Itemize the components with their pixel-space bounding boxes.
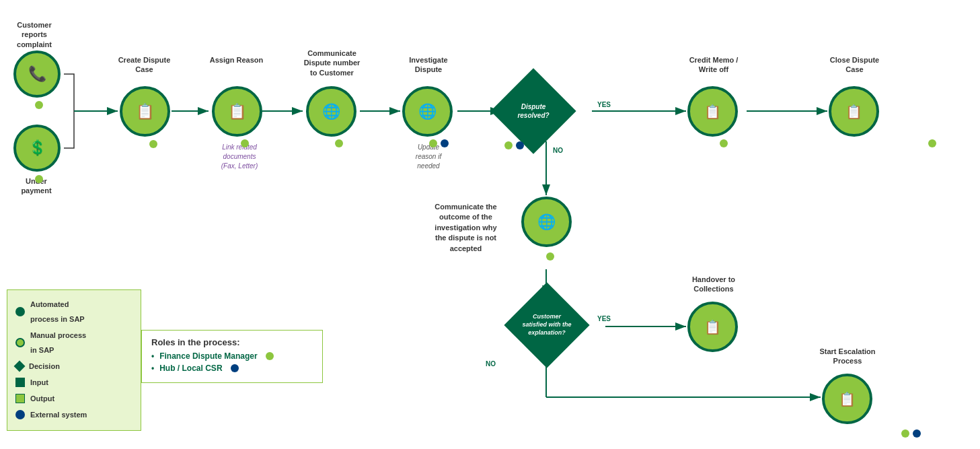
update-reason-text: Updatereason ifneeded — [391, 143, 465, 171]
roles-dot-csr — [231, 364, 239, 372]
legend-icon-input — [15, 378, 25, 387]
roles-item-finance: • Finance Dispute Manager — [151, 351, 313, 361]
node-close-case: 📋 — [829, 86, 879, 137]
node-investigate: 🌐 — [402, 86, 453, 137]
legend-label-input: Input — [30, 375, 48, 390]
no-label-2: NO — [486, 360, 496, 368]
dot-credit-memo — [720, 139, 728, 147]
dot-create-dispute — [149, 140, 157, 148]
yes-label-2: YES — [597, 315, 611, 322]
node-escalation: 📋 — [822, 374, 872, 424]
roles-label-finance: Finance Dispute Manager — [159, 351, 257, 361]
dot-communicate — [335, 139, 343, 147]
label-customer-reports: Customer reports complaint — [4, 20, 65, 49]
legend-item-output: Output — [15, 391, 133, 406]
legend-icon-manual — [15, 338, 25, 347]
roles-box: Roles in the process: • Finance Dispute … — [141, 330, 323, 383]
roles-item-csr: • Hub / Local CSR — [151, 364, 313, 373]
label-escalation: Start EscalationProcess — [807, 347, 888, 366]
label-close-case: Close DisputeCase — [819, 55, 890, 75]
dot-escalation-2 — [913, 429, 921, 438]
node-communicate: 🌐 — [306, 86, 356, 137]
dot-diamond-2 — [516, 141, 524, 149]
node-handover: 📋 — [687, 302, 738, 352]
node-credit-memo: 📋 — [687, 86, 738, 137]
legend-item-input: Input — [15, 375, 133, 390]
legend-icon-automated — [15, 307, 25, 316]
label-credit-memo: Credit Memo /Write off — [674, 55, 753, 75]
node-customer-reports: 📞 — [13, 50, 61, 98]
label-communicate: CommunicateDispute numberto Customer — [293, 48, 371, 77]
legend-item-external: External system — [15, 407, 133, 422]
legend-box: Automatedprocess in SAP Manual processin… — [7, 289, 141, 431]
legend-item-decision: Decision — [15, 359, 133, 374]
legend-label-decision: Decision — [29, 359, 60, 374]
node-communicate-outcome: 🌐 — [521, 197, 572, 247]
node-create-dispute: 📋 — [120, 86, 170, 137]
dot-customer-reports — [35, 101, 43, 109]
bullet-finance: • — [151, 351, 154, 361]
node-under-payment: 💲 — [13, 125, 61, 172]
dot-investigate-1 — [429, 139, 437, 147]
link-docs-text: Link relateddocuments(Fax, Letter) — [199, 143, 280, 171]
no-label-1: NO — [553, 147, 563, 154]
legend-icon-output — [15, 394, 25, 403]
legend-item-manual: Manual processin SAP — [15, 328, 133, 357]
legend-label-external: External system — [30, 407, 87, 422]
legend-item-automated: Automatedprocess in SAP — [15, 297, 133, 326]
dot-investigate-2 — [441, 139, 449, 147]
diagram-container: 📞 Customer reports complaint 💲 Under pay… — [0, 0, 980, 449]
dot-escalation-1 — [901, 429, 909, 438]
legend-icon-decision — [14, 361, 26, 372]
label-create-dispute: Create DisputeCase — [109, 55, 180, 75]
roles-label-csr: Hub / Local CSR — [159, 364, 222, 373]
diamond-customer-satisfied: Customersatisfied with theexplanation? — [517, 295, 577, 355]
bullet-csr: • — [151, 364, 154, 373]
dot-diamond-1 — [504, 141, 513, 149]
label-assign-reason: Assign Reason — [204, 55, 268, 65]
legend-icon-external — [15, 410, 25, 419]
diamond-dispute-resolved: Disputeresolved? — [503, 81, 564, 141]
label-handover: Handover toCollections — [674, 275, 753, 294]
dot-outcome — [546, 252, 554, 261]
roles-title: Roles in the process: — [151, 337, 313, 347]
roles-dot-finance — [266, 352, 274, 360]
dot-under-payment — [35, 175, 43, 183]
dot-close-case — [928, 139, 936, 147]
label-communicate-outcome: Communicate theoutcome of theinvestigati… — [417, 202, 515, 254]
legend-label-manual: Manual processin SAP — [30, 328, 86, 357]
legend-label-automated: Automatedprocess in SAP — [30, 297, 85, 326]
dot-assign-reason — [241, 139, 249, 147]
legend-label-output: Output — [30, 391, 54, 406]
node-assign-reason: 📋 — [212, 86, 262, 137]
label-investigate: InvestigateDispute — [391, 55, 465, 75]
yes-label-1: YES — [597, 101, 611, 108]
